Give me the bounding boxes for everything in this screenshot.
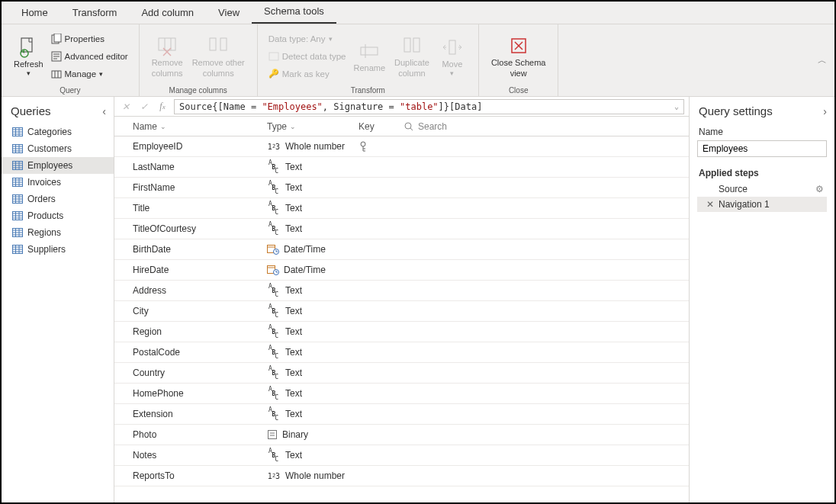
col-header-type[interactable]: Type⌄	[267, 121, 359, 132]
field-name: BirthDate	[114, 244, 267, 255]
query-item-employees[interactable]: Employees	[2, 157, 114, 174]
collapse-ribbon-button[interactable]: ︿	[818, 54, 827, 67]
query-item-orders[interactable]: Orders	[2, 191, 114, 207]
schema-row[interactable]: EmployeeID123Whole number	[114, 136, 689, 157]
group-label-close: Close	[487, 83, 551, 95]
applied-step[interactable]: Source⚙	[697, 181, 827, 197]
rename-button[interactable]: Rename	[349, 37, 390, 75]
field-type: BText	[267, 449, 359, 461]
move-button[interactable]: Move ▾	[434, 34, 471, 79]
col-header-name[interactable]: Name⌄	[114, 121, 267, 132]
field-name: LastName	[114, 162, 267, 172]
query-label: Regions	[27, 227, 61, 238]
text-type-icon: B	[267, 367, 281, 379]
schema-row[interactable]: CountryBText	[114, 363, 689, 384]
manage-icon	[51, 69, 62, 79]
field-name: Extension	[114, 409, 267, 419]
col-header-key: Key	[359, 121, 404, 132]
duplicate-column-button[interactable]: Duplicate column	[390, 32, 434, 79]
schema-row[interactable]: TitleBText	[114, 198, 689, 219]
remove-columns-button[interactable]: Remove columns	[147, 32, 188, 79]
schema-row[interactable]: TitleOfCourtesyBText	[114, 219, 689, 239]
properties-button[interactable]: Properties	[51, 31, 128, 47]
detect-data-type-button[interactable]: Detect data type	[268, 49, 346, 64]
delete-step-icon[interactable]: ✕	[706, 199, 714, 210]
field-type: BText	[267, 223, 359, 235]
remove-columns-icon	[156, 35, 178, 56]
detect-data-type-label: Detect data type	[282, 52, 346, 61]
ribbon-group-manage-columns: Remove columns Remove other columns Mana…	[140, 24, 258, 96]
schema-row[interactable]: HireDateDate/Time	[114, 260, 689, 281]
table-icon	[12, 194, 23, 204]
key-icon	[359, 141, 368, 152]
query-name-input[interactable]	[697, 140, 827, 157]
move-icon	[442, 37, 462, 57]
tab-schema-tools[interactable]: Schema tools	[252, 0, 336, 24]
schema-row[interactable]: BirthDateDate/Time	[114, 239, 689, 260]
tab-transform[interactable]: Transform	[60, 2, 130, 24]
field-type: 123Whole number	[267, 140, 359, 152]
ribbon-group-query: Refresh ▾ Properties Advanced editor Man…	[2, 24, 140, 96]
field-type: BText	[267, 387, 359, 400]
text-type-icon: B	[267, 408, 281, 420]
close-schema-view-button[interactable]: Close Schema view	[487, 32, 551, 79]
schema-row[interactable]: ReportsTo123Whole number	[114, 466, 689, 486]
group-label-transform: Transform	[265, 83, 471, 95]
svg-rect-22	[413, 38, 420, 52]
text-type-icon: B	[267, 181, 281, 194]
refresh-button[interactable]: Refresh ▾	[9, 34, 48, 79]
schema-row[interactable]: AddressBText	[114, 281, 689, 301]
data-type-button[interactable]: Data type: Any ▾	[268, 31, 346, 47]
tab-home[interactable]: Home	[9, 2, 60, 24]
table-icon	[12, 178, 23, 187]
advanced-editor-button[interactable]: Advanced editor	[51, 49, 128, 64]
manage-button[interactable]: Manage ▾	[51, 66, 128, 82]
ribbon-group-close: Close Schema view Close	[479, 24, 559, 96]
commit-formula-button[interactable]: ✓	[137, 101, 151, 112]
schema-row[interactable]: HomePhoneBText	[114, 384, 689, 404]
remove-other-columns-button[interactable]: Remove other columns	[188, 32, 249, 79]
schema-row[interactable]: ExtensionBText	[114, 404, 689, 425]
field-type: BText	[267, 346, 359, 358]
formula-dropdown-button[interactable]: ⌄	[674, 102, 679, 111]
schema-row[interactable]: PostalCodeBText	[114, 342, 689, 363]
field-type: BText	[267, 367, 359, 379]
tab-view[interactable]: View	[206, 2, 252, 24]
query-item-suppliers[interactable]: Suppliers	[2, 241, 114, 258]
schema-view: ✕ ✓ fx Source{[Name = "Employees", Signa…	[114, 97, 690, 502]
collapse-settings-button[interactable]: ›	[823, 105, 827, 117]
tab-add-column[interactable]: Add column	[129, 2, 206, 24]
field-name: EmployeeID	[114, 141, 267, 152]
field-type: Date/Time	[267, 265, 359, 275]
formula-input[interactable]: Source{[Name = "Employees", Signature = …	[174, 99, 684, 114]
query-item-invoices[interactable]: Invoices	[2, 174, 114, 191]
schema-row[interactable]: PhotoBinary	[114, 425, 689, 445]
table-icon	[12, 211, 23, 220]
cancel-formula-button[interactable]: ✕	[119, 101, 133, 112]
schema-row[interactable]: FirstNameBText	[114, 178, 689, 198]
svg-point-75	[405, 123, 411, 129]
mark-as-key-label: Mark as key	[282, 69, 330, 79]
close-schema-view-label: Close Schema view	[491, 58, 546, 78]
schema-search[interactable]: Search	[404, 121, 689, 132]
schema-row[interactable]: RegionBText	[114, 322, 689, 342]
name-field-label: Name	[699, 127, 827, 137]
query-item-regions[interactable]: Regions	[2, 224, 114, 241]
query-item-products[interactable]: Products	[2, 207, 114, 224]
applied-step[interactable]: ✕Navigation 1	[697, 197, 827, 212]
collapse-queries-button[interactable]: ‹	[102, 105, 106, 117]
mark-as-key-button[interactable]: 🔑 Mark as key	[268, 66, 346, 82]
query-item-customers[interactable]: Customers	[2, 140, 114, 157]
schema-column-headers: Name⌄ Type⌄ Key Search	[114, 117, 689, 136]
schema-row[interactable]: NotesBText	[114, 445, 689, 466]
search-icon	[404, 122, 413, 131]
schema-row[interactable]: LastNameBText	[114, 157, 689, 178]
chevron-down-icon: ⌄	[290, 123, 296, 130]
queries-pane: Queries ‹ CategoriesCustomersEmployeesIn…	[2, 97, 114, 502]
text-type-icon: B	[267, 387, 281, 400]
schema-row[interactable]: CityBText	[114, 301, 689, 322]
field-key	[359, 141, 404, 152]
gear-icon[interactable]: ⚙	[815, 184, 824, 194]
query-item-categories[interactable]: Categories	[2, 124, 114, 140]
fx-icon: fx	[156, 101, 169, 112]
